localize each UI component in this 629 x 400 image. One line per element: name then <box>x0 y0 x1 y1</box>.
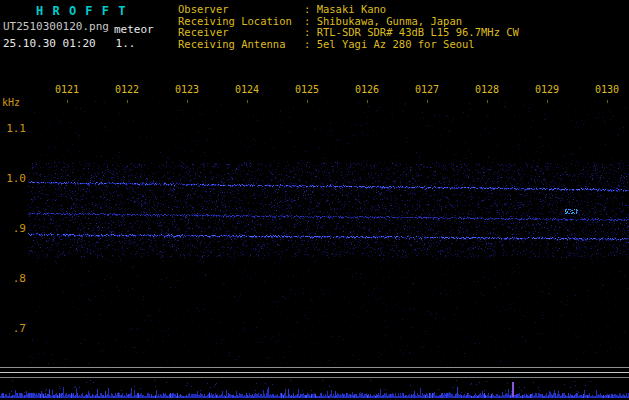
level-canvas <box>0 364 629 400</box>
freq-tick-label: .8 <box>0 272 26 285</box>
freq-tick-label: 1.0 <box>0 172 26 185</box>
spectrogram-canvas <box>28 100 629 364</box>
hrofft-screen: H R O F F T UT2510300120.png meteor 25.1… <box>0 0 629 400</box>
khz-unit-label: kHz <box>2 97 20 108</box>
freq-tick-label: 1.1 <box>0 122 26 135</box>
freq-tick-label: .9 <box>0 222 26 235</box>
freq-tick-label: .7 <box>0 322 26 335</box>
